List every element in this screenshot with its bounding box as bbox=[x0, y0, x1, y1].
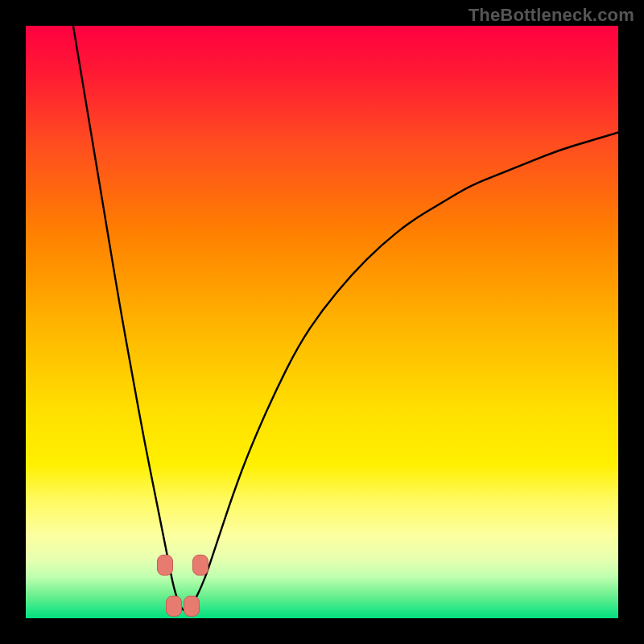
chart-frame: TheBottleneck.com bbox=[0, 0, 644, 644]
marker-right-lower bbox=[184, 596, 200, 617]
watermark-text: TheBottleneck.com bbox=[469, 5, 634, 26]
marker-right-upper bbox=[192, 555, 208, 576]
marker-left-upper bbox=[157, 555, 173, 576]
marker-left-lower bbox=[166, 596, 182, 617]
plot-area bbox=[26, 26, 618, 618]
bottleneck-curve bbox=[73, 26, 618, 611]
curve-svg bbox=[26, 26, 618, 618]
